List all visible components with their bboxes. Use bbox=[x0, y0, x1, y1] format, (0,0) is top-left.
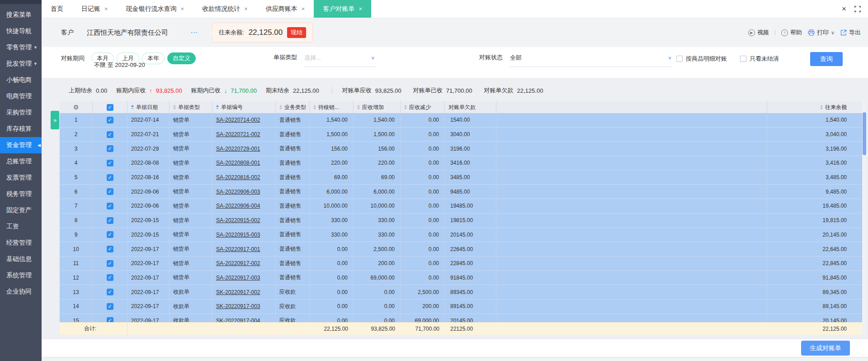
sort-icon[interactable] bbox=[357, 105, 360, 109]
table-row[interactable]: 3 ✓ 2022-07-29 销货单 SA-20220729-001 普通销售 … bbox=[60, 142, 862, 156]
row-checkbox[interactable]: ✓ bbox=[107, 317, 113, 322]
tab-close-icon[interactable]: × bbox=[359, 5, 362, 12]
doc-no-link[interactable]: SA-20220917-003 bbox=[216, 275, 260, 281]
sidebar-item[interactable]: 库存核算 ▼ bbox=[0, 121, 42, 137]
doc-no-link[interactable]: SK-20220917-003 bbox=[216, 303, 260, 309]
row-checkbox[interactable]: ✓ bbox=[107, 303, 113, 310]
col-header-doc-no[interactable]: 单据编号 bbox=[212, 101, 276, 113]
sidebar-item[interactable]: 总账管理 ▼ bbox=[0, 153, 42, 170]
col-header-balance[interactable]: 往来余额 bbox=[767, 101, 862, 113]
sidebar-item[interactable]: 电商管理 ▼ bbox=[0, 88, 42, 104]
col-header-biz-type[interactable]: 业务类型 bbox=[276, 101, 310, 113]
tab[interactable]: 供应商账本 × bbox=[257, 0, 314, 18]
video-button[interactable]: ▶ 视频 bbox=[748, 28, 769, 37]
unsettled-checkbox[interactable]: 只看未结清 bbox=[740, 55, 779, 63]
table-row[interactable]: 14 ✓ 2022-09-17 收款单 SK-20220917-003 应收款 … bbox=[60, 299, 862, 314]
detail-checkbox[interactable]: 按商品明细对账 bbox=[676, 55, 727, 63]
table-row[interactable]: 8 ✓ 2022-09-15 销货单 SA-20220915-002 普通销售 … bbox=[60, 214, 862, 228]
sidebar-item[interactable]: 快捷导航 ▼ bbox=[0, 23, 42, 39]
doc-no-link[interactable]: SA-20220906-004 bbox=[216, 203, 260, 209]
table-row[interactable]: 13 ✓ 2022-09-17 收款单 SK-20220917-002 应收款 … bbox=[60, 285, 862, 299]
tab[interactable]: 首页 bbox=[42, 0, 72, 18]
sidebar-item[interactable]: 固定资产 ▼ bbox=[0, 202, 42, 218]
doc-no-link[interactable]: SA-20220917-002 bbox=[216, 260, 260, 266]
row-checkbox[interactable]: ✓ bbox=[107, 217, 113, 224]
table-row[interactable]: 12 ✓ 2022-09-17 销货单 SA-20220917-003 普通销售… bbox=[60, 271, 862, 285]
print-button[interactable]: 打印 ∨ bbox=[808, 28, 835, 37]
sidebar-item[interactable]: 采购管理 ▼ bbox=[0, 104, 42, 121]
sidebar-item[interactable]: 经营管理 ▼ bbox=[0, 235, 42, 251]
sort-icon[interactable] bbox=[404, 105, 407, 109]
sidebar-item[interactable]: 税务管理 ▼ bbox=[0, 186, 42, 202]
row-checkbox[interactable]: ✓ bbox=[107, 231, 113, 238]
col-header-pending[interactable]: 待核销... bbox=[310, 101, 354, 113]
sort-icon[interactable] bbox=[279, 105, 282, 109]
sidebar-item[interactable]: 资金管理 ▼ bbox=[0, 137, 42, 153]
sort-icon[interactable] bbox=[131, 105, 134, 109]
table-row[interactable]: 5 ✓ 2022-08-16 销货单 SA-20220816-002 普通销售 … bbox=[60, 171, 862, 185]
tab-close-icon[interactable]: × bbox=[244, 5, 248, 12]
sidebar-item[interactable]: 搜索菜单 ▼ bbox=[0, 7, 42, 23]
doc-no-link[interactable]: SA-20220816-002 bbox=[216, 174, 260, 180]
doc-type-select[interactable]: 选择... ∨ bbox=[303, 53, 376, 67]
row-checkbox[interactable]: ✓ bbox=[107, 131, 113, 138]
tab[interactable]: 日记账 × bbox=[72, 0, 117, 18]
sidebar-item[interactable]: 工资 ▼ bbox=[0, 218, 42, 235]
col-header-ar-inc[interactable]: 应收增加 bbox=[354, 101, 401, 113]
table-row[interactable]: 2 ✓ 2022-07-21 销货单 SA-20220721-002 普通销售 … bbox=[60, 128, 862, 142]
close-all-tabs-icon[interactable]: × bbox=[842, 5, 846, 13]
row-checkbox[interactable]: ✓ bbox=[107, 246, 113, 252]
doc-no-link[interactable]: SA-20220714-002 bbox=[216, 117, 260, 123]
scrollbar-thumb[interactable] bbox=[863, 112, 866, 155]
sidebar-item[interactable]: 基础信息 ▼ bbox=[0, 251, 42, 267]
sidebar-item[interactable]: 批发管理 ▼ bbox=[0, 56, 42, 72]
col-header-date[interactable]: 单据日期 bbox=[127, 101, 170, 113]
row-checkbox[interactable]: ✓ bbox=[107, 289, 113, 295]
doc-no-link[interactable]: SK-20220917-004 bbox=[216, 318, 260, 322]
select-all-checkbox[interactable]: ✓ bbox=[107, 104, 113, 111]
row-checkbox[interactable]: ✓ bbox=[107, 145, 113, 152]
doc-no-link[interactable]: SA-20220906-003 bbox=[216, 189, 260, 195]
table-row[interactable]: 6 ✓ 2022-09-06 销货单 SA-20220906-003 普通销售 … bbox=[60, 185, 862, 199]
doc-no-link[interactable]: SA-20220915-003 bbox=[216, 232, 260, 238]
tab[interactable]: 现金银行流水查询 × bbox=[117, 0, 193, 18]
sort-icon[interactable] bbox=[173, 105, 176, 109]
tab-close-icon[interactable]: × bbox=[181, 5, 184, 12]
generate-statement-button[interactable]: 生成对账单 bbox=[801, 341, 850, 356]
export-button[interactable]: 导出 bbox=[840, 28, 861, 37]
period-range-field[interactable]: 不限 至 2022-09-20 bbox=[94, 61, 145, 69]
sort-icon[interactable] bbox=[820, 105, 823, 109]
customer-more-button[interactable]: ··· bbox=[191, 29, 198, 36]
row-checkbox[interactable]: ✓ bbox=[107, 188, 113, 195]
col-header-stmt-due[interactable]: 对账单欠款 bbox=[445, 101, 496, 113]
sidebar-item[interactable]: 系统管理 ▼ bbox=[0, 267, 42, 284]
fullscreen-icon[interactable] bbox=[854, 6, 861, 12]
row-checkbox[interactable]: ✓ bbox=[107, 260, 113, 267]
sidebar-item[interactable]: 零售管理 ▼ bbox=[0, 39, 42, 56]
query-button[interactable]: 查询 bbox=[810, 52, 843, 66]
col-header-doc-type[interactable]: 单据类型 bbox=[170, 101, 212, 113]
row-checkbox[interactable]: ✓ bbox=[107, 174, 113, 181]
table-row[interactable]: 15 ✓ 2022-09-17 收款单 SK-20220917-004 应收款 … bbox=[60, 314, 862, 322]
col-header-ar-dec[interactable]: 应收减少 bbox=[401, 101, 445, 113]
table-row[interactable]: 7 ✓ 2022-09-06 销货单 SA-20220906-004 普通销售 … bbox=[60, 199, 862, 214]
table-row[interactable]: 9 ✓ 2022-09-15 销货单 SA-20220915-003 普通销售 … bbox=[60, 228, 862, 242]
row-checkbox[interactable]: ✓ bbox=[107, 117, 113, 124]
row-checkbox[interactable]: ✓ bbox=[107, 160, 113, 166]
horizontal-scrollbar[interactable] bbox=[42, 357, 868, 361]
period-pill[interactable]: 自定义 bbox=[167, 52, 196, 64]
tab-close-icon[interactable]: × bbox=[302, 5, 305, 12]
table-row[interactable]: 4 ✓ 2022-08-08 销货单 SA-20220808-001 普通销售 … bbox=[60, 156, 862, 171]
sort-icon[interactable] bbox=[216, 105, 219, 109]
row-checkbox[interactable]: ✓ bbox=[107, 274, 113, 281]
status-select[interactable]: 全部 ∨ bbox=[509, 53, 673, 67]
sidebar-item[interactable]: 发票管理 ▼ bbox=[0, 170, 42, 186]
table-row[interactable]: 10 ✓ 2022-09-17 销货单 SA-20220917-001 普通销售… bbox=[60, 242, 862, 256]
period-pill[interactable]: 本年 bbox=[142, 52, 165, 64]
table-row[interactable]: 11 ✓ 2022-09-17 销货单 SA-20220917-002 普通销售… bbox=[60, 256, 862, 271]
tab-close-icon[interactable]: × bbox=[104, 5, 108, 12]
doc-no-link[interactable]: SA-20220721-002 bbox=[216, 131, 260, 138]
doc-no-link[interactable]: SA-20220808-001 bbox=[216, 160, 260, 166]
vertical-scrollbar[interactable] bbox=[863, 101, 866, 335]
sidebar-item[interactable]: 企业协同 ▼ bbox=[0, 284, 42, 300]
